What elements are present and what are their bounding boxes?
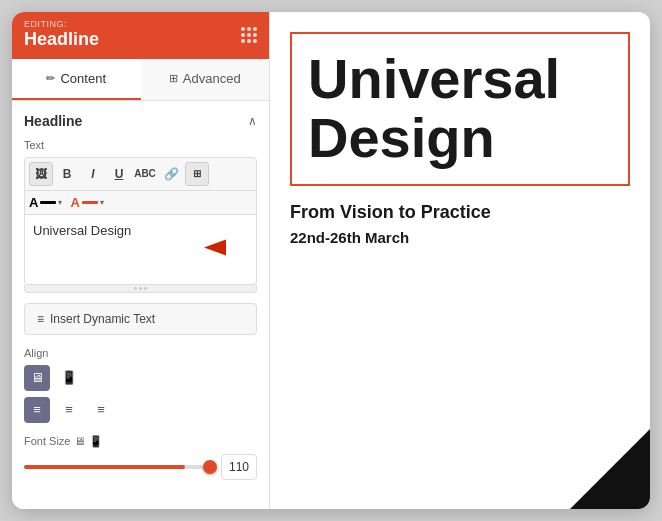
align-mobile-btn[interactable]: 📱 (56, 365, 82, 391)
bg-color-swatch (82, 201, 98, 204)
resize-handle[interactable] (24, 285, 257, 293)
left-panel: EDITING: Headline ✏ Content ⊞ Advanced (12, 12, 270, 509)
font-size-text: Font Size (24, 435, 70, 447)
subtitle-text: From Vision to Practice (290, 202, 630, 223)
align-desktop-btn[interactable]: 🖥 (24, 365, 50, 391)
italic-btn[interactable]: I (81, 162, 105, 186)
align-right-btn[interactable]: ≡ (88, 397, 114, 423)
abc-btn[interactable]: ABC (133, 162, 157, 186)
font-size-label: Font Size 🖥 📱 (24, 435, 257, 448)
text-content-value: Universal Design (33, 223, 248, 238)
arrow-indicator (204, 240, 226, 259)
align-left-btn[interactable]: ≡ (56, 397, 82, 423)
header-title-group: EDITING: Headline (24, 20, 99, 51)
section-title: Headline (24, 113, 82, 129)
insert-dynamic-label: Insert Dynamic Text (50, 312, 155, 326)
slider-thumb[interactable] (203, 460, 217, 474)
date-text: 22nd-26th March (290, 229, 630, 246)
slider-row: 110 (24, 454, 257, 480)
tab-content[interactable]: ✏ Content (12, 59, 141, 100)
align-text-row: ≡ ≡ ≡ (24, 397, 257, 423)
tabs-row: ✏ Content ⊞ Advanced (12, 59, 269, 101)
font-size-mobile-icon: 📱 (89, 435, 103, 448)
advanced-tab-icon: ⊞ (169, 72, 178, 85)
tab-advanced-label: Advanced (183, 71, 241, 86)
align-label: Align (24, 347, 257, 359)
panel-body: Headline ∧ Text 🖼 B I U ABC 🔗 ⊞ A ▾ (12, 101, 269, 509)
headline-line2: Design (308, 106, 495, 169)
font-size-section: Font Size 🖥 📱 110 (24, 435, 257, 480)
right-panel: Universal Design From Vision to Practice… (270, 12, 650, 509)
preview-box: Universal Design (290, 32, 630, 186)
insert-icon: ≡ (37, 312, 44, 326)
text-color-swatch (40, 201, 56, 204)
align-center-btn[interactable]: ≡ (24, 397, 50, 423)
underline-btn[interactable]: U (107, 162, 131, 186)
text-field-label: Text (24, 139, 257, 151)
font-size-value-box: 110 (221, 454, 257, 480)
font-size-value: 110 (229, 460, 249, 474)
tab-content-label: Content (60, 71, 106, 86)
editing-label: EDITING: (24, 20, 99, 29)
link-btn[interactable]: 🔗 (159, 162, 183, 186)
headline-line1: Universal (308, 47, 560, 110)
tab-advanced[interactable]: ⊞ Advanced (141, 59, 270, 100)
text-color-dropdown[interactable]: ▾ (58, 198, 62, 207)
font-size-slider-track[interactable] (24, 465, 213, 469)
main-container: EDITING: Headline ✏ Content ⊞ Advanced (12, 12, 650, 509)
font-size-desktop-icon: 🖥 (74, 435, 85, 447)
dots-menu-icon[interactable] (241, 27, 257, 43)
headline-preview: Universal Design (308, 50, 612, 168)
align-section: Align 🖥 📱 ≡ ≡ ≡ (24, 347, 257, 423)
image-toolbar-btn[interactable]: 🖼 (29, 162, 53, 186)
text-input-area[interactable]: Universal Design (24, 215, 257, 285)
insert-dynamic-text-btn[interactable]: ≡ Insert Dynamic Text (24, 303, 257, 335)
align-device-row: 🖥 📱 (24, 365, 257, 391)
bg-color-dropdown[interactable]: ▾ (100, 198, 104, 207)
bold-btn[interactable]: B (55, 162, 79, 186)
bg-color-icon: A (70, 195, 79, 210)
toolbar-row-2: A ▾ A ▾ (24, 191, 257, 215)
slider-fill (24, 465, 185, 469)
text-color-icon: A (29, 195, 38, 210)
panel-title: Headline (24, 29, 99, 51)
bg-color-btn[interactable]: A ▾ (70, 195, 103, 210)
panel-header: EDITING: Headline (12, 12, 269, 59)
text-color-btn[interactable]: A ▾ (29, 195, 62, 210)
chevron-icon[interactable]: ∧ (248, 114, 257, 128)
grid-btn[interactable]: ⊞ (185, 162, 209, 186)
corner-decoration (570, 429, 650, 509)
content-tab-icon: ✏ (46, 72, 55, 85)
resize-dots (134, 287, 147, 290)
toolbar-row-1: 🖼 B I U ABC 🔗 ⊞ (24, 157, 257, 191)
section-header: Headline ∧ (24, 113, 257, 129)
